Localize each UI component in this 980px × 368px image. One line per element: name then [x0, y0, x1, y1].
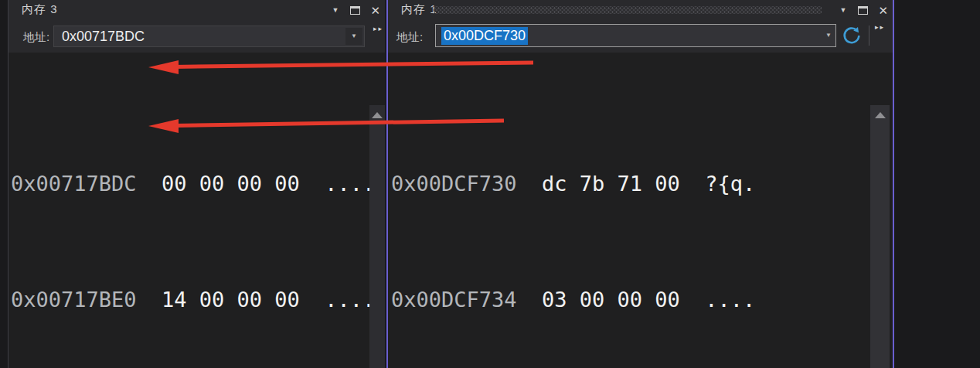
memory-window-3: 内存 3 ▼ ✕ 地址: 0x00717BDC ▼ ▸▸ 0x00717BDC0…	[8, 0, 385, 368]
maximize-icon[interactable]	[350, 6, 360, 15]
row-address: 0x00DCF734	[391, 285, 517, 315]
refresh-icon	[840, 24, 863, 47]
scroll-up-icon[interactable]	[875, 112, 886, 118]
memory-rows: 0x00DCF730dc 7b 71 00?{q. 0x00DCF73403 0…	[391, 53, 755, 368]
address-value[interactable]: 0x00717BDC	[54, 29, 145, 45]
refresh-button[interactable]	[840, 24, 863, 47]
window-position-menu-icon[interactable]: ▼	[331, 5, 341, 15]
row-hex-bytes: dc 7b 71 00	[542, 169, 680, 199]
memory-window-1: 内存 1 ▼ ✕ 地址: 0x00DCF730 ▼ ▸▸	[386, 0, 894, 368]
memory-rows: 0x00717BDC00 00 00 00.... 0x00717BE014 0…	[11, 53, 375, 368]
toolbar-overflow-icon[interactable]: ▸▸	[373, 25, 383, 32]
row-hex-bytes: 00 00 00 00	[162, 169, 300, 199]
address-label: 地址:	[23, 30, 49, 45]
memory-row[interactable]: 0x00717BE014 00 00 00....	[11, 285, 375, 315]
window-position-menu-icon[interactable]: ▼	[839, 5, 849, 15]
memory3-title: 内存 3	[22, 2, 58, 17]
toolbar-overflow-icon[interactable]: ▸▸	[875, 23, 885, 31]
close-icon[interactable]: ✕	[370, 5, 380, 16]
maximize-icon[interactable]	[858, 6, 868, 15]
memory-row[interactable]: 0x00717BDC00 00 00 00....	[11, 169, 375, 199]
address-label: 地址:	[396, 30, 423, 45]
memory-row[interactable]: 0x00DCF730dc 7b 71 00?{q.	[391, 169, 755, 199]
memory1-toolbar: 地址: 0x00DCF730 ▼ ▸▸	[388, 20, 893, 53]
combo-dropdown-button[interactable]: ▼	[345, 28, 362, 45]
memory1-title: 内存 1	[401, 2, 437, 17]
row-hex-bytes: 14 00 00 00	[162, 285, 300, 315]
titlebar-drag-grip[interactable]	[433, 6, 822, 14]
scroll-up-icon[interactable]	[372, 112, 383, 118]
row-ascii: ?{q.	[705, 169, 755, 199]
chevron-down-icon: ▼	[351, 33, 357, 39]
close-icon[interactable]: ✕	[878, 5, 888, 16]
row-address: 0x00DCF730	[391, 169, 517, 199]
toolbar-separator	[869, 26, 869, 46]
chevron-down-icon[interactable]: ▼	[825, 32, 832, 39]
vertical-scrollbar[interactable]	[369, 105, 385, 368]
row-hex-bytes: 03 00 00 00	[542, 285, 680, 315]
row-address: 0x00717BE0	[11, 285, 137, 315]
address-combobox[interactable]: 0x00717BDC ▼	[53, 26, 365, 47]
vertical-scrollbar[interactable]	[870, 105, 890, 368]
memory3-toolbar: 地址: 0x00717BDC ▼ ▸▸	[9, 20, 385, 53]
address-value-selected[interactable]: 0x00DCF730	[441, 27, 528, 45]
address-combobox[interactable]: 0x00DCF730 ▼	[435, 24, 836, 47]
row-ascii: ....	[325, 169, 375, 199]
memory1-titlebar[interactable]: 内存 1 ▼ ✕	[388, 0, 893, 20]
memory3-titlebar[interactable]: 内存 3 ▼ ✕	[9, 0, 385, 20]
memory-row[interactable]: 0x00DCF73403 00 00 00....	[391, 285, 755, 315]
memory3-content[interactable]: 0x00717BDC00 00 00 00.... 0x00717BE014 0…	[9, 53, 385, 368]
memory1-content[interactable]: 0x00DCF730dc 7b 71 00?{q. 0x00DCF73403 0…	[388, 53, 893, 368]
row-ascii: ....	[325, 285, 375, 315]
row-ascii: ....	[705, 285, 755, 315]
row-address: 0x00717BDC	[11, 169, 137, 199]
memory-windows-workspace: 内存 3 ▼ ✕ 地址: 0x00717BDC ▼ ▸▸ 0x00717BDC0…	[0, 0, 980, 368]
